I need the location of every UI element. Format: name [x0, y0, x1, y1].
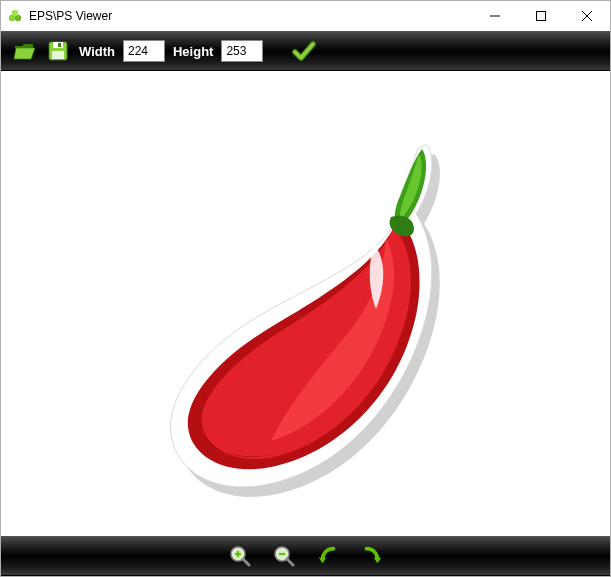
- image-canvas: [126, 104, 486, 504]
- rotate-left-button[interactable]: [315, 543, 341, 569]
- zoom-in-icon: [228, 544, 252, 568]
- titlebar: EPS\PS Viewer: [1, 1, 610, 31]
- width-label: Width: [79, 44, 115, 59]
- open-button[interactable]: [11, 38, 37, 64]
- save-icon: [46, 39, 70, 63]
- width-input[interactable]: [123, 40, 165, 62]
- app-window: EPS\PS Viewer Width Heig: [0, 0, 611, 577]
- apply-button[interactable]: [291, 38, 317, 64]
- open-folder-icon: [12, 39, 36, 63]
- zoom-in-button[interactable]: [227, 543, 253, 569]
- zoom-out-icon: [272, 544, 296, 568]
- zoom-out-button[interactable]: [271, 543, 297, 569]
- bottom-toolbar: [1, 536, 610, 576]
- viewport: [1, 71, 610, 536]
- minimize-button[interactable]: [472, 1, 518, 31]
- svg-line-16: [287, 559, 293, 565]
- svg-point-2: [12, 10, 18, 16]
- rotate-right-icon: [361, 545, 383, 567]
- svg-rect-4: [537, 12, 546, 21]
- checkmark-icon: [291, 38, 317, 64]
- save-button[interactable]: [45, 38, 71, 64]
- height-input[interactable]: [221, 40, 263, 62]
- close-button[interactable]: [564, 1, 610, 31]
- app-icon: [7, 8, 23, 24]
- svg-line-12: [243, 559, 249, 565]
- height-label: Height: [173, 44, 213, 59]
- maximize-button[interactable]: [518, 1, 564, 31]
- svg-rect-10: [52, 51, 64, 59]
- rotate-left-icon: [317, 545, 339, 567]
- svg-rect-9: [58, 43, 61, 47]
- rotate-right-button[interactable]: [359, 543, 385, 569]
- top-toolbar: Width Height: [1, 31, 610, 71]
- window-title: EPS\PS Viewer: [29, 9, 472, 23]
- content-image: [136, 109, 476, 499]
